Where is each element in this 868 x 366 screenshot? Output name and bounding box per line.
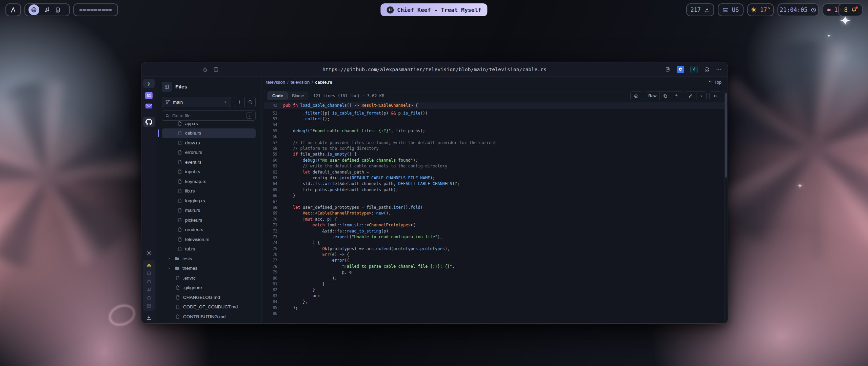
laptop-icon[interactable]: [146, 271, 152, 276]
tree-file-row[interactable]: [162, 322, 256, 324]
line-number[interactable]: 52: [264, 111, 283, 116]
bitwarden-extension-icon[interactable]: [677, 66, 684, 73]
line-number[interactable]: 54: [264, 122, 283, 127]
breadcrumb-dir-link[interactable]: television: [291, 80, 310, 85]
line-number[interactable]: 70: [264, 217, 283, 222]
line-number[interactable]: 67: [264, 199, 283, 204]
line-number[interactable]: 83: [264, 293, 283, 298]
line-number[interactable]: 60: [264, 158, 283, 163]
tree-file-row[interactable]: cable.rs: [162, 128, 256, 138]
line-number[interactable]: 82: [264, 287, 283, 292]
line-number[interactable]: 84: [264, 299, 283, 304]
lock-icon[interactable]: [202, 67, 208, 72]
tree-file-row[interactable]: app.rs: [162, 119, 256, 128]
tree-file-row[interactable]: picker.rs: [162, 215, 256, 225]
copy-file-button[interactable]: [659, 92, 671, 100]
tab-blame[interactable]: Blame: [288, 94, 308, 98]
tree-file-row[interactable]: CODE_OF_CONDUCT.md: [162, 302, 256, 312]
tree-folder-row[interactable]: themes: [162, 264, 256, 273]
line-number[interactable]: 66: [264, 193, 283, 198]
settings-gear-icon[interactable]: [146, 250, 152, 256]
puzzle-extensions-icon[interactable]: [704, 66, 710, 72]
tree-file-row[interactable]: lib.rs: [162, 186, 256, 196]
line-number[interactable]: 78: [264, 264, 283, 269]
line-number[interactable]: 62: [264, 170, 283, 175]
line-number[interactable]: 68: [264, 205, 283, 210]
line-number[interactable]: 61: [264, 164, 283, 168]
line-number[interactable]: 59: [264, 152, 283, 157]
raw-button[interactable]: Raw: [645, 92, 659, 100]
line-number[interactable]: 71: [264, 223, 283, 227]
branch-selector[interactable]: main: [162, 97, 231, 107]
weather-widget[interactable]: 17°: [747, 3, 774, 16]
download-file-button[interactable]: [671, 92, 682, 100]
document-app-button[interactable]: [55, 7, 61, 13]
tree-file-row[interactable]: tui.rs: [162, 244, 256, 254]
music-note-icon[interactable]: [146, 287, 152, 292]
line-number[interactable]: 57: [264, 140, 283, 145]
line-number[interactable]: 72: [264, 229, 283, 233]
edit-file-button[interactable]: [685, 92, 696, 100]
line-number[interactable]: 64: [264, 181, 283, 186]
line-number[interactable]: 55: [264, 128, 283, 133]
menu-ellipsis-icon[interactable]: [716, 66, 722, 72]
launcher-button[interactable]: [5, 3, 21, 16]
briefcase-icon[interactable]: [146, 295, 152, 300]
notes-icon[interactable]: [146, 303, 152, 308]
tree-file-row[interactable]: input.rs: [162, 167, 256, 177]
tab-github-active[interactable]: [143, 117, 155, 127]
music-app-button[interactable]: [44, 7, 50, 13]
tree-file-row[interactable]: CONTRIBUTING.md: [162, 312, 256, 322]
back-to-top-link[interactable]: Top: [708, 80, 722, 85]
keyboard-layout-widget[interactable]: US: [718, 3, 744, 16]
bag-icon[interactable]: [146, 279, 152, 284]
breadcrumb-repo-link[interactable]: television: [266, 80, 285, 85]
lightning-extension-icon[interactable]: [690, 66, 698, 73]
tab-calendar[interactable]: 31: [145, 92, 153, 99]
notifications-widget[interactable]: 8: [838, 3, 863, 16]
line-number[interactable]: 73: [264, 235, 283, 239]
line-number[interactable]: 69: [264, 211, 283, 216]
copy-url-icon[interactable]: [665, 66, 671, 72]
line-number[interactable]: 74: [264, 240, 283, 245]
updates-widget[interactable]: 217: [686, 3, 714, 16]
home-icon[interactable]: [146, 263, 152, 268]
clock-widget[interactable]: 21:04:05: [777, 3, 819, 16]
tab-lightning[interactable]: [143, 79, 155, 88]
tree-file-row[interactable]: event.rs: [162, 157, 256, 167]
window-title-pill[interactable]: [73, 3, 118, 16]
line-number[interactable]: 56: [264, 134, 283, 139]
collapse-sidebar-button[interactable]: [162, 82, 172, 92]
url-address[interactable]: https://github.com/alexpasmantier/televi…: [322, 67, 547, 72]
downloads-icon[interactable]: [146, 315, 152, 321]
tree-file-row[interactable]: draw.rs: [162, 138, 256, 148]
globe-app-button[interactable]: [28, 4, 39, 15]
add-file-button[interactable]: [234, 97, 245, 107]
line-number[interactable]: 58: [264, 146, 283, 151]
line-number[interactable]: 76: [264, 252, 283, 257]
symbols-panel-button[interactable]: [709, 92, 721, 100]
line-number[interactable]: 63: [264, 176, 283, 180]
tree-file-row[interactable]: keymap.rs: [162, 177, 256, 186]
line-number[interactable]: 85: [264, 305, 283, 310]
tree-folder-row[interactable]: tests: [162, 254, 256, 264]
tree-file-row[interactable]: render.rs: [162, 225, 256, 235]
tab-mail[interactable]: [145, 103, 153, 109]
line-number[interactable]: 79: [264, 270, 283, 274]
tree-file-row[interactable]: logging.rs: [162, 196, 256, 206]
container-icon[interactable]: [213, 67, 219, 72]
line-number[interactable]: 53: [264, 117, 283, 121]
line-number[interactable]: 77: [264, 258, 283, 263]
line-number[interactable]: 75: [264, 246, 283, 251]
edit-dropdown-button[interactable]: [696, 92, 706, 100]
line-number[interactable]: 81: [264, 282, 283, 286]
tab-code[interactable]: Code: [268, 92, 288, 100]
line-number[interactable]: 43: [264, 103, 283, 108]
line-number[interactable]: 65: [264, 187, 283, 192]
search-files-button[interactable]: [245, 97, 255, 107]
tree-file-row[interactable]: CHANGELOG.md: [162, 292, 256, 302]
tree-file-row[interactable]: .envrc: [162, 273, 256, 283]
music-player-widget[interactable]: Chief Keef - Treat Myself: [380, 3, 487, 16]
copilot-button[interactable]: [630, 92, 642, 100]
line-number[interactable]: 86: [264, 311, 283, 316]
